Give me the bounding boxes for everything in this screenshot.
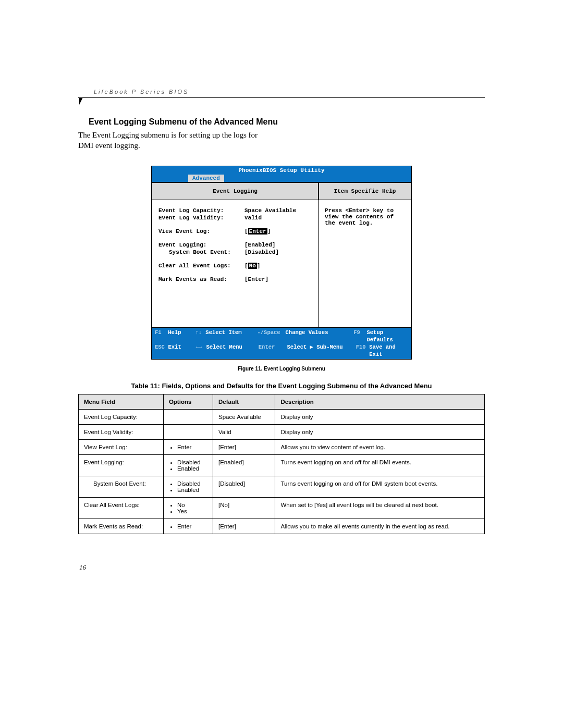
key-label: Save and Exit [369,343,408,358]
key-hint: F10 [356,343,370,358]
cell-field: System Boot Event: [79,476,164,498]
bios-tab-advanced: Advanced [188,175,224,182]
fields-table: Menu Field Options Default Description E… [78,394,485,534]
field-value: [Enter] [244,228,271,235]
header-rule [78,97,485,98]
cell-desc: Turns event logging on and off for all D… [275,455,485,476]
arrow-icon: ↑↓ [195,329,206,343]
bios-tab-bar: Advanced [152,175,411,182]
cell-desc: Allows you to make all events currently … [275,519,485,534]
table-row: Event Logging: DisabledEnabled [Enabled]… [79,455,485,476]
key-hint: F1 [155,329,168,343]
cell-options [163,410,213,425]
cell-default: Valid [213,425,275,440]
key-label: Exit [168,343,196,358]
field-label: Event Logging: [158,242,244,248]
cell-options [163,425,213,440]
table-caption: Table 11: Fields, Options and Defaults f… [78,382,485,390]
cell-default: Space Available [213,410,275,425]
bios-fields: Event Log Capacity: Space Available Even… [152,200,319,328]
field-label: Event Log Capacity: [158,207,244,214]
table-row: Mark Events as Read: Enter [Enter] Allow… [79,519,485,534]
cell-desc: Allows you to view content of event log. [275,440,485,455]
help-line: the event log. [325,220,405,226]
cell-field: View Event Log: [79,440,164,455]
bios-help-title: Item Specific Help [319,182,411,200]
col-header: Options [163,394,213,410]
key-hint: Enter [259,343,287,358]
field-value: [No] [244,263,260,269]
cell-desc: Display only [275,425,485,440]
key-hint: ESC [155,343,168,358]
intro-line: DMI event logging. [78,141,140,150]
cell-desc: When set to [Yes] all event logs will be… [275,498,485,519]
table-row: View Event Log: Enter [Enter] Allows you… [79,440,485,455]
field-label: System Boot Event: [158,249,244,255]
cell-field: Mark Events as Read: [79,519,164,534]
field-value: [Enter] [244,276,268,282]
field-label: View Event Log: [158,228,244,235]
key-label: Select Menu [206,343,258,358]
intro-line: The Event Logging submenu is for setting… [78,131,258,139]
cell-options: NoYes [163,498,213,519]
bios-help-text: Press <Enter> key to view the contents o… [319,200,411,328]
cell-field: Clear All Event Logs: [79,498,164,519]
table-row: Clear All Event Logs: NoYes [No] When se… [79,498,485,519]
arrow-icon: ←→ [195,343,206,358]
table-row: System Boot Event: DisabledEnabled [Disa… [79,476,485,498]
figure-caption: Figure 11. Event Logging Submenu [78,366,485,372]
col-header: Menu Field [79,394,164,410]
section-intro: The Event Logging submenu is for setting… [78,130,297,151]
cell-field: Event Logging: [79,455,164,476]
cell-desc: Turns event logging on and off for DMI s… [275,476,485,498]
help-line: view the contents of [325,214,405,220]
cell-default: [Enter] [213,519,275,534]
section-title: Event Logging Submenu of the Advanced Me… [89,117,485,127]
key-label: Setup Defaults [366,329,408,343]
field-value: [Disabled] [244,249,279,255]
field-label: Event Log Validity: [158,215,244,221]
key-label: Help [168,329,195,343]
help-line: Press <Enter> key to [325,207,405,214]
running-head: LifeBook P Series BIOS [94,89,189,95]
bios-panel-title: Event Logging [152,182,319,200]
bios-title: PhoenixBIOS Setup Utility [152,166,411,175]
field-value: [Enabled] [244,242,275,248]
field-label: Mark Events as Read: [158,276,244,282]
field-label: Clear All Event Logs: [158,263,244,269]
key-label: Select ▶ Sub-Menu [287,343,356,358]
key-hint: -/Space [257,329,285,343]
cell-options: Enter [163,519,213,534]
bios-footer: F1 Help ↑↓ Select Item -/Space Change Va… [152,328,411,360]
field-value: Space Available [244,207,296,214]
cell-default: [Enabled] [213,455,275,476]
table-row: Event Log Capacity: Space Available Disp… [79,410,485,425]
bios-screenshot: PhoenixBIOS Setup Utility Advanced Event… [151,166,412,360]
page-number: 16 [79,563,86,572]
cell-default: [No] [213,498,275,519]
table-row: Event Log Validity: Valid Display only [79,425,485,440]
key-label: Change Values [286,329,354,343]
key-label: Select Item [205,329,257,343]
field-value: Valid [244,215,262,221]
cell-desc: Display only [275,410,485,425]
cell-default: [Disabled] [213,476,275,498]
cell-options: Enter [163,440,213,455]
cell-options: DisabledEnabled [163,455,213,476]
corner-mark-icon [79,97,83,105]
key-hint: F9 [353,329,366,343]
cell-field: Event Log Validity: [79,425,164,440]
cell-default: [Enter] [213,440,275,455]
col-header: Default [213,394,275,410]
col-header: Description [275,394,485,410]
cell-field: Event Log Capacity: [79,410,164,425]
cell-options: DisabledEnabled [163,476,213,498]
